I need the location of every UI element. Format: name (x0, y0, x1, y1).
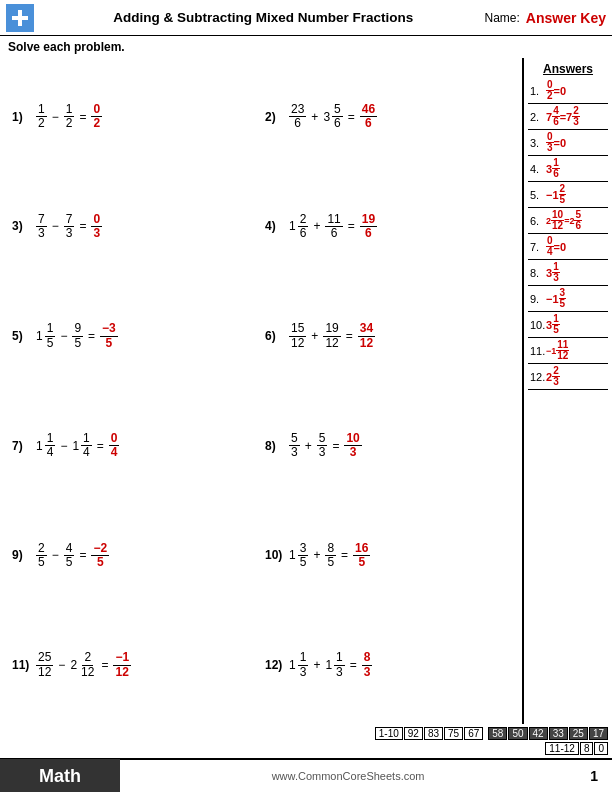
prob-expr-10: 1 35 + 85 = 165 (289, 542, 370, 569)
mixed-11b: 2 212 (70, 651, 96, 678)
prob-num-6: 6) (265, 329, 283, 343)
footer-url: www.CommonCoreSheets.com (120, 770, 576, 782)
frac-11ans: −112 (113, 651, 131, 678)
problem-2: 2) 236 + 3 56 = 466 (261, 62, 514, 172)
prob-expr-12: 1 13 + 1 13 = 83 (289, 651, 372, 678)
frac-5ans: −35 (100, 322, 118, 349)
answer-item-7: 7. 04=0 (528, 234, 608, 260)
frac-9ans: −25 (91, 542, 109, 569)
prob-num-9: 9) (12, 548, 30, 562)
prob-num-8: 8) (265, 439, 283, 453)
answer-item-6: 6. 21012=256 (528, 208, 608, 234)
answer-item-3: 3. 03=0 (528, 130, 608, 156)
footer-bar: Math www.CommonCoreSheets.com 1 (0, 758, 612, 792)
answer-item-4: 4. 316 (528, 156, 608, 182)
problem-3: 3) 73 − 73 = 03 (8, 172, 261, 282)
prob-expr-7: 1 14 − 1 14 = 04 (36, 432, 119, 459)
prob-num-7: 7) (12, 439, 30, 453)
frac-2a: 236 (289, 103, 306, 130)
frac-1a: 12 (36, 103, 47, 130)
problem-7: 7) 1 14 − 1 14 = 04 (8, 391, 261, 501)
frac-10b: 85 (325, 542, 336, 569)
frac-1ans: 02 (91, 103, 102, 130)
answer-item-9: 9. −135 (528, 286, 608, 312)
problem-6: 6) 1512 + 1912 = 3412 (261, 281, 514, 391)
footer: 1-10 92 83 75 67 58 50 42 33 25 17 11-12… (0, 726, 612, 792)
frac-1b: 12 (64, 103, 75, 130)
frac-6b: 1912 (323, 322, 340, 349)
frac-3a: 73 (36, 213, 47, 240)
mixed-5a: 1 15 (36, 322, 55, 349)
subheader: Solve each problem. (0, 36, 612, 58)
frac-8a: 53 (289, 432, 300, 459)
name-label: Name: (485, 11, 520, 25)
logo-icon (9, 7, 31, 29)
answer-item-12: 12. 223 (528, 364, 608, 390)
prob-num-2: 2) (265, 110, 283, 124)
frac-4b: 116 (325, 213, 342, 240)
prob-num-1: 1) (12, 110, 30, 124)
main-content: 1) 12 − 12 = 02 2) 236 + 3 56 = 466 (0, 58, 612, 724)
frac-8b: 53 (317, 432, 328, 459)
frac-3b: 73 (64, 213, 75, 240)
problem-9: 9) 25 − 45 = −25 (8, 501, 261, 611)
logo (6, 4, 34, 32)
problem-1: 1) 12 − 12 = 02 (8, 62, 261, 172)
mixed-7b: 1 14 (72, 432, 91, 459)
answer-key-panel: Answers 1. 02 =0 2. 746=723 3. 03=0 4. (522, 58, 612, 724)
prob-expr-2: 236 + 3 56 = 466 (289, 103, 377, 130)
frac-6ans: 3412 (358, 322, 375, 349)
prob-expr-8: 53 + 53 = 103 (289, 432, 362, 459)
mixed-2b: 3 56 (323, 103, 342, 130)
mixed-4a: 1 26 (289, 213, 308, 240)
mixed-12a: 1 13 (289, 651, 308, 678)
mixed-7a: 1 14 (36, 432, 55, 459)
frac-10ans: 165 (353, 542, 370, 569)
answer-item-5: 5. −125 (528, 182, 608, 208)
frac-11a: 2512 (36, 651, 53, 678)
answer-item-8: 8. 313 (528, 260, 608, 286)
prob-num-12: 12) (265, 658, 283, 672)
footer-page: 1 (576, 768, 612, 784)
frac-12ans: 83 (362, 651, 373, 678)
frac-9a: 25 (36, 542, 47, 569)
mixed-10a: 1 35 (289, 542, 308, 569)
prob-num-11: 11) (12, 658, 30, 672)
prob-expr-9: 25 − 45 = −25 (36, 542, 109, 569)
prob-expr-6: 1512 + 1912 = 3412 (289, 322, 375, 349)
answer-item-11: 11. −11112 (528, 338, 608, 364)
problem-12: 12) 1 13 + 1 13 = 83 (261, 610, 514, 720)
footer-math-label: Math (0, 759, 120, 792)
frac-8ans: 103 (344, 432, 361, 459)
answer-item-2: 2. 746=723 (528, 104, 608, 130)
answer-item-1: 1. 02 =0 (528, 78, 608, 104)
frac-4ans: 196 (360, 213, 377, 240)
header: Adding & Subtracting Mixed Number Fracti… (0, 0, 612, 36)
problem-11: 11) 2512 − 2 212 = −112 (8, 610, 261, 720)
problem-8: 8) 53 + 53 = 103 (261, 391, 514, 501)
prob-expr-3: 73 − 73 = 03 (36, 213, 102, 240)
prob-num-3: 3) (12, 219, 30, 233)
prob-expr-1: 12 − 12 = 02 (36, 103, 102, 130)
prob-num-5: 5) (12, 329, 30, 343)
frac-3ans: 03 (91, 213, 102, 240)
problems-grid: 1) 12 − 12 = 02 2) 236 + 3 56 = 466 (0, 58, 522, 724)
answer-key-label: Answer Key (526, 10, 606, 26)
prob-expr-4: 1 26 + 116 = 196 (289, 213, 377, 240)
frac-9b: 45 (64, 542, 75, 569)
prob-num-4: 4) (265, 219, 283, 233)
answers-title: Answers (528, 62, 608, 76)
problem-4: 4) 1 26 + 116 = 196 (261, 172, 514, 282)
prob-expr-11: 2512 − 2 212 = −112 (36, 651, 131, 678)
page-title: Adding & Subtracting Mixed Number Fracti… (42, 10, 485, 25)
problem-10: 10) 1 35 + 85 = 165 (261, 501, 514, 611)
prob-expr-5: 1 15 − 95 = −35 (36, 322, 118, 349)
svg-rect-2 (12, 16, 28, 20)
frac-6a: 1512 (289, 322, 306, 349)
answer-item-10: 10. 315 (528, 312, 608, 338)
mixed-12b: 1 13 (325, 651, 344, 678)
problem-5: 5) 1 15 − 95 = −35 (8, 281, 261, 391)
frac-5b: 95 (72, 322, 83, 349)
frac-2ans: 466 (360, 103, 377, 130)
prob-num-10: 10) (265, 548, 283, 562)
